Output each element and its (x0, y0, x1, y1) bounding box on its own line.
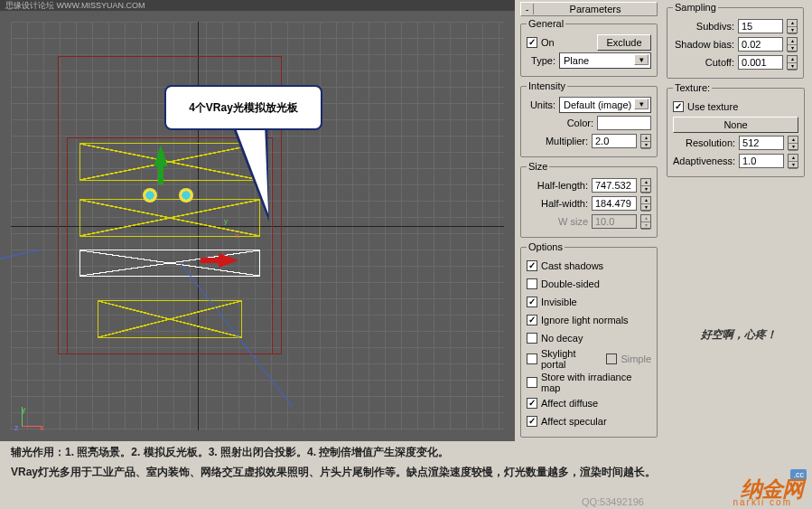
caption-line-1: 辅光作用：1. 照亮场景。2. 模拟反光板。3. 照射出闭合投影。4. 控制倍增… (11, 443, 661, 463)
on-label: On (541, 37, 593, 48)
resolution-field[interactable]: 512 (739, 136, 784, 150)
multiplier-label: Multiplier: (527, 136, 588, 146)
units-dropdown[interactable]: Default (image) (559, 97, 651, 113)
shadow-bias-field[interactable]: 0.02 (738, 37, 783, 52)
options-legend: Options (527, 241, 565, 252)
on-checkbox[interactable] (527, 37, 537, 48)
wsize-spinner: ▴▾ (640, 214, 651, 229)
sampling-group: Sampling Subdivs:15▴▾ Shadow bias:0.02▴▾… (667, 2, 804, 79)
move-gizmo-y[interactable] (154, 145, 168, 166)
invisible-checkbox[interactable] (527, 297, 537, 307)
adaptiveness-label: Adaptiveness: (673, 156, 735, 166)
sun-icon-1 (143, 188, 157, 203)
collapse-icon[interactable]: - (521, 4, 534, 14)
vraylight-rect-3[interactable] (98, 300, 242, 338)
store-irr-checkbox[interactable] (527, 377, 537, 388)
simple-label: Simple (621, 353, 651, 364)
subdivs-field[interactable]: 15 (738, 19, 783, 33)
skylight-checkbox[interactable] (527, 353, 537, 364)
adaptiveness-spinner[interactable]: ▴▾ (788, 154, 798, 168)
store-irr-label: Store with irradiance map (541, 372, 651, 393)
rollout-header[interactable]: - Parameters (520, 2, 658, 16)
viewport[interactable]: yx 4个VRay光模拟放光板 yxz (0, 11, 515, 441)
color-swatch[interactable] (597, 116, 651, 130)
vraylight-rect-1[interactable] (79, 143, 260, 181)
nodecay-label: No decay (541, 333, 583, 344)
qq-watermark: QQ:53492196 (582, 496, 644, 507)
texture-legend: Texture: (673, 82, 712, 93)
cast-shadows-label: Cast shadows (541, 260, 603, 271)
watermark-bar: 思缘设计论坛 WWW.MISSYUAN.COM (0, 0, 515, 11)
intensity-legend: Intensity (527, 80, 567, 91)
affect-diffuse-checkbox[interactable] (527, 398, 537, 409)
halflength-label: Half-length: (527, 180, 588, 191)
side-comment: 好空啊，心疼！ (701, 327, 777, 343)
nodecay-checkbox[interactable] (527, 333, 537, 344)
subdivs-label: Subdivs: (673, 21, 734, 32)
caption-text: 辅光作用：1. 照亮场景。2. 模拟反光板。3. 照射出闭合投影。4. 控制倍增… (11, 443, 661, 482)
adaptiveness-field[interactable]: 1.0 (739, 154, 784, 168)
ignore-normals-checkbox[interactable] (527, 315, 537, 325)
color-label: Color: (527, 118, 593, 128)
rollout-title: Parameters (534, 4, 657, 14)
double-sided-checkbox[interactable] (527, 278, 537, 289)
exclude-button[interactable]: Exclude (597, 34, 651, 51)
affect-specular-label: Affect specular (541, 416, 607, 427)
type-dropdown[interactable]: Plane (559, 52, 651, 69)
size-group: Size Half-length: 747.532 ▴▾ Half-width:… (520, 161, 658, 238)
sun-icon-2 (179, 188, 193, 203)
multiplier-field[interactable]: 2.0 (592, 134, 637, 148)
general-legend: General (527, 18, 565, 29)
wsize-field: 10.0 (592, 214, 637, 229)
cutoff-spinner[interactable]: ▴▾ (787, 55, 798, 70)
affect-specular-checkbox[interactable] (527, 416, 537, 427)
halfwidth-label: Half-width: (527, 198, 588, 209)
halfwidth-field[interactable]: 184.479 (592, 196, 637, 211)
multiplier-spinner[interactable]: ▴▾ (640, 134, 651, 148)
affect-diffuse-label: Affect diffuse (541, 398, 598, 409)
intensity-group: Intensity Units: Default (image) Color: … (520, 80, 658, 157)
cutoff-field[interactable]: 0.001 (738, 55, 783, 70)
options-group: Options Cast shadows Double-sided Invisi… (520, 241, 658, 438)
texture-group: Texture: Use texture None Resolution:512… (667, 82, 805, 177)
size-legend: Size (527, 161, 549, 172)
resolution-label: Resolution: (673, 137, 735, 148)
parameters-panel: - Parameters General On Exclude Type: Pl… (517, 0, 661, 441)
move-gizmo-x[interactable] (219, 253, 238, 268)
halflength-spinner[interactable]: ▴▾ (640, 178, 651, 193)
caption-line-2: VRay灯光多用于工业产品、室内装饰、网络交互虚拟效果照明、片头片尾制作等。缺点… (11, 463, 661, 483)
ignore-normals-label: Ignore light normals (541, 315, 629, 325)
cast-shadows-checkbox[interactable] (527, 260, 537, 271)
general-group: General On Exclude Type: Plane (520, 18, 658, 77)
resolution-spinner[interactable]: ▴▾ (788, 136, 798, 150)
shadow-bias-label: Shadow bias: (673, 39, 734, 50)
cutoff-label: Cutoff: (673, 57, 734, 68)
halfwidth-spinner[interactable]: ▴▾ (640, 196, 651, 211)
simple-checkbox (606, 353, 617, 364)
halflength-field[interactable]: 747.532 (592, 178, 637, 193)
sampling-texture-panel: Sampling Subdivs:15▴▾ Shadow bias:0.02▴▾… (663, 0, 807, 181)
invisible-label: Invisible (541, 297, 577, 307)
use-texture-label: Use texture (687, 101, 738, 112)
annotation-callout: 4个VRay光模拟放光板 (164, 85, 322, 130)
shadow-bias-spinner[interactable]: ▴▾ (787, 37, 798, 52)
sampling-legend: Sampling (673, 2, 718, 13)
double-sided-label: Double-sided (541, 278, 600, 289)
narkii-logo-sub: narkii com (733, 497, 792, 507)
texture-slot-button[interactable]: None (673, 117, 798, 133)
subdivs-spinner[interactable]: ▴▾ (787, 19, 798, 33)
vraylight-rect-2[interactable] (79, 199, 260, 237)
wsize-label: W size (527, 216, 588, 227)
units-label: Units: (527, 99, 555, 110)
use-texture-checkbox[interactable] (673, 101, 684, 112)
skylight-label: Skylight portal (541, 348, 602, 370)
type-label: Type: (527, 55, 555, 66)
